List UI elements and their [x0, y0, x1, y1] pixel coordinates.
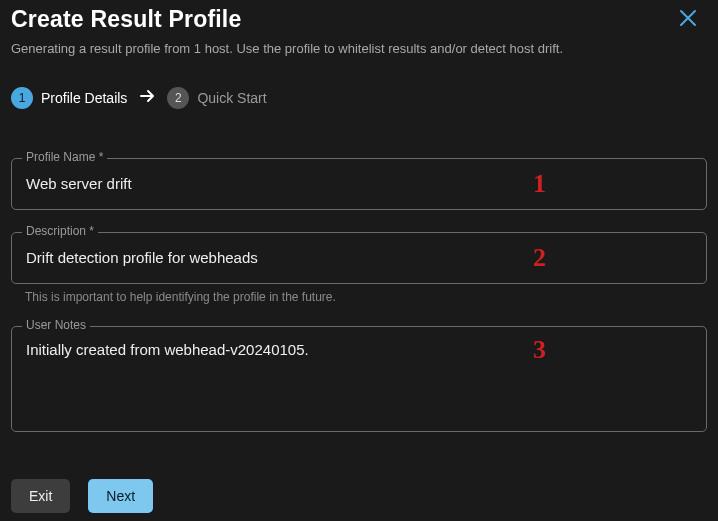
user-notes-field[interactable]: User Notes 3 [11, 326, 707, 432]
dialog-subtitle: Generating a result profile from 1 host.… [11, 41, 707, 56]
step-profile-details[interactable]: 1 Profile Details [11, 87, 127, 109]
description-input[interactable] [12, 233, 706, 282]
profile-name-input[interactable] [12, 159, 706, 208]
step-number-2: 2 [167, 87, 189, 109]
exit-button[interactable]: Exit [11, 479, 70, 513]
stepper: 1 Profile Details 2 Quick Start [11, 86, 707, 110]
step-number-1: 1 [11, 87, 33, 109]
description-helper: This is important to help identifying th… [11, 290, 707, 304]
close-icon [678, 8, 698, 28]
profile-name-label: Profile Name * [22, 150, 107, 164]
user-notes-label: User Notes [22, 318, 90, 332]
profile-name-field[interactable]: Profile Name * 1 [11, 158, 707, 210]
next-button[interactable]: Next [88, 479, 153, 513]
description-label: Description * [22, 224, 98, 238]
close-button[interactable] [676, 6, 700, 30]
step-label-2: Quick Start [197, 90, 266, 106]
user-notes-input[interactable] [12, 327, 706, 427]
dialog-title: Create Result Profile [11, 6, 707, 33]
step-quick-start[interactable]: 2 Quick Start [167, 87, 266, 109]
step-label-1: Profile Details [41, 90, 127, 106]
arrow-right-icon [137, 86, 157, 110]
description-field[interactable]: Description * 2 [11, 232, 707, 284]
